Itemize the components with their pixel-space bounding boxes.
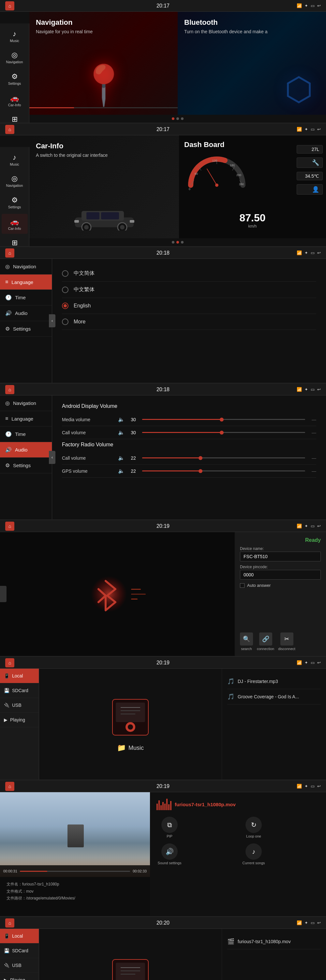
back-icon[interactable]: ↩ [317,3,321,8]
bt-icon-3: ✦ [304,250,308,255]
s8-local-label: Local [12,933,23,939]
home-button[interactable]: ⌂ [5,1,14,10]
call-slider-fill-1 [142,432,224,433]
home-button-5[interactable]: ⌂ [5,522,14,531]
call-volume-slider-1[interactable] [142,432,305,433]
window-icon: ▭ [311,3,315,8]
lang-option-3[interactable]: English [62,298,316,314]
collapse-arrow[interactable]: ‹ [49,314,56,327]
wifi-icon-5: 📶 [297,523,302,528]
video-meta-path: 文件路径：/storage/emulated/0/Movies/ [6,895,143,902]
dashboard-card[interactable]: Dash Board 0 60 [179,135,326,238]
gps-volume-slider[interactable] [142,471,305,471]
home-button-4[interactable]: ⌂ [5,385,14,394]
menu-navigation[interactable]: ◎ Navigation [0,259,52,275]
speedometer: 0 60 120 180 200 260 [184,151,250,193]
back-icon-6[interactable]: ↩ [317,660,321,665]
home-button-3[interactable]: ⌂ [5,248,14,258]
sidebar-item-carinfo[interactable]: 🚗 Car-Info [2,90,28,111]
svg-rect-32 [116,963,145,980]
screen4-body: ◎ Navigation ≡ Language 🕐 Time 🔊 Audio ⚙… [0,395,326,519]
wave-bar-7 [168,804,170,810]
home-button-8[interactable]: ⌂ [5,918,14,928]
media-sdcard[interactable]: 💾 SDCard [0,683,39,698]
s2-music-label: Music [10,162,19,166]
media-usb[interactable]: 🔌 USB [0,698,39,713]
s8-playing[interactable]: ▶ Playing [0,973,39,980]
menu-language[interactable]: ≡ Language [0,275,52,290]
s2-carinfo[interactable]: 🚗 Car-Info [2,214,28,234]
navigation-card[interactable]: Navigation Navigate for you in real time… [29,12,178,115]
s8-sdcard[interactable]: 💾 SDCard [0,943,39,958]
menu-audio[interactable]: 🔊 Audio [0,305,52,321]
back-icon-5[interactable]: ↩ [317,523,321,528]
media-local[interactable]: 📱 Local [0,669,39,683]
s8-local[interactable]: 📱 Local [0,929,39,943]
video-seek-bar[interactable] [20,871,130,872]
sidebar-item-settings[interactable]: ⚙ Settings [2,69,28,89]
s4-time-icon: 🕐 [5,431,12,437]
s2-nav[interactable]: ◎ Navigation [2,171,28,191]
nav-icon: ◎ [11,51,17,59]
status-icons-2: 📶 ✦ ▭ ↩ [297,127,321,132]
carinfo-icon: 🚗 [10,94,19,102]
s2-settings[interactable]: ⚙ Settings [2,192,28,213]
file-1[interactable]: 🎵 DJ - Firestarter.mp3 [227,674,321,689]
lang-label-1: 中文简体 [74,270,95,277]
s4-menu-lang[interactable]: ≡ Language [0,411,52,426]
home-button-7[interactable]: ⌂ [5,782,14,791]
screen8-body: 📱 Local 💾 SDCard 🔌 USB ▶ Playing [0,929,326,980]
s4-menu-nav[interactable]: ◎ Navigation [0,395,52,411]
search-button[interactable]: 🔍 search [240,632,253,651]
file-2[interactable]: 🎵 Groove Coverage - God Is A... [227,689,321,705]
s4-menu-audio[interactable]: 🔊 Audio [0,442,52,458]
bt-status-icon: ✦ [304,3,308,8]
screen6-body: 📱 Local 💾 SDCard 🔌 USB ▶ Playing [0,669,326,780]
disconnect-button[interactable]: ✂ disconnect [278,632,295,651]
auto-answer-checkbox[interactable] [240,583,245,588]
s4-menu-settings[interactable]: ⚙ Settings [0,458,52,473]
sidebar-item-apps[interactable]: ⊞ Apps [2,111,28,124]
settings-icon: ⚙ [11,72,18,81]
call-volume-slider-2[interactable] [142,457,305,458]
menu-time[interactable]: 🕐 Time [0,290,52,305]
loop-button[interactable]: ↻ Loop one [240,817,267,838]
sound-settings-button[interactable]: 🔊 Sound settings [156,843,183,865]
s8-file-1[interactable]: 🎬 furious7-tsr1_h1080p.mov [227,934,321,949]
video-player-image-8 [109,956,152,980]
media-volume-row: Media volume 🔈 30 — [62,413,316,426]
media-playing[interactable]: ▶ Playing [0,713,39,727]
back-icon-2[interactable]: ↩ [317,127,321,132]
menu-settings[interactable]: ⚙ Settings [0,321,52,337]
home-button-6[interactable]: ⌂ [5,658,14,667]
sidebar-item-music[interactable]: ♪ Music [2,26,28,46]
s4-collapse-arrow[interactable]: ‹ [49,451,56,464]
time-display-1: 20:17 [156,3,170,9]
connection-button[interactable]: 🔗 connection [257,632,274,651]
s8-usb[interactable]: 🔌 USB [0,958,39,973]
pip-button[interactable]: ⧉ PIP [156,817,183,838]
sound-settings-icon: 🔊 [161,843,178,860]
dash-info-panel: 27L 🔧 34.5℃ 👤 [297,145,323,195]
s2-apps[interactable]: ⊞ Apps [2,235,28,247]
home-button-2[interactable]: ⌂ [5,125,14,134]
window-icon-4: ▭ [311,387,315,392]
back-icon-8[interactable]: ↩ [317,920,321,925]
sidebar-item-navigation[interactable]: ◎ Navigation [2,48,28,68]
current-songs-button[interactable]: ♪ Current songs [240,843,267,865]
lang-option-1[interactable]: 中文简体 [62,266,316,282]
s2-music[interactable]: ♪ Music [2,150,28,170]
bluetooth-card[interactable]: Bluetooth Turn on the Bluetooth device a… [178,12,326,115]
media-volume-slider[interactable] [142,419,305,420]
back-icon-4[interactable]: ↩ [317,387,321,392]
svg-point-7 [120,225,124,229]
speed-value: 87.50 [239,212,266,224]
auto-answer-row[interactable]: Auto answer [240,583,321,588]
back-icon-3[interactable]: ↩ [317,250,321,255]
lang-option-2[interactable]: 中文繁体 [62,282,316,298]
back-icon-7[interactable]: ↩ [317,784,321,789]
sidebar-2: ♪ Music ◎ Navigation ⚙ Settings 🚗 Car-In… [0,147,29,247]
s4-menu-time[interactable]: 🕐 Time [0,426,52,442]
lang-option-4[interactable]: More [62,314,316,330]
carinfo-card[interactable]: Car-Info A switch to the original car in… [29,135,179,238]
